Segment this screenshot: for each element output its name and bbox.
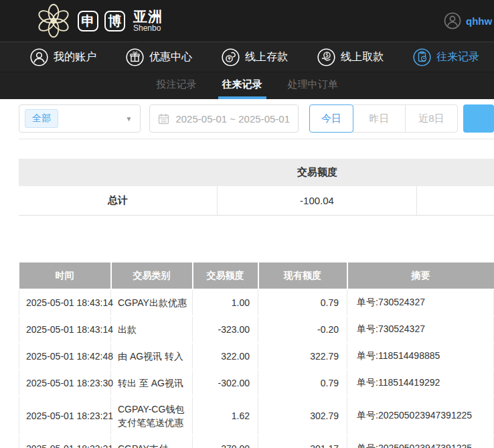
summary-empty-cell (417, 186, 494, 216)
section-divider (19, 139, 494, 139)
page: 申 博 亚洲 Shenbo qhhw 我的账户 (0, 0, 494, 448)
cell-amount: 1.62 (193, 396, 258, 435)
svg-text:¥: ¥ (228, 56, 231, 62)
tab-label: 处理中订单 (288, 78, 338, 91)
header-balance: 现有额度 (258, 263, 347, 289)
header-amount: 交易额度 (193, 263, 258, 289)
withdraw-icon: $ (317, 48, 335, 66)
logo-char-bo: 博 (104, 11, 125, 31)
type-select-dropdown[interactable]: 全部 ▼ (19, 104, 141, 133)
summary-header-amount: 交易额度 (218, 159, 417, 186)
cell-type: CGPAY-CG钱包支付笔笔送优惠 (111, 396, 193, 435)
cell-amount: 322.00 (193, 343, 258, 370)
cell-balance: 0.79 (258, 289, 347, 316)
cell-note: 单号:730524327 (347, 289, 494, 316)
username-text: qhhw (466, 15, 492, 27)
cell-amount: 270.00 (193, 435, 258, 448)
svg-text:$: $ (325, 52, 329, 58)
table-header-row: 时间 交易类别 交易额度 现有额度 摘要 (19, 263, 494, 289)
cell-amount: -302.00 (193, 370, 258, 396)
cell-type: CGPAY支付 (111, 435, 193, 448)
transactions-table: 时间 交易类别 交易额度 现有额度 摘要 2025-05-01 18:43:14… (19, 263, 494, 448)
cell-time: 2025-05-01 18:42:48 (19, 343, 111, 370)
cell-balance: 322.79 (258, 343, 347, 370)
cell-balance: 302.79 (258, 396, 347, 435)
summary-total-row: 总计 -100.04 (19, 186, 494, 216)
cell-note: 单号:118514419292 (347, 370, 494, 396)
flower-logo-icon (35, 2, 72, 40)
cell-amount: 1.00 (193, 289, 258, 316)
nav-label: 往来记录 (436, 50, 479, 64)
date-shortcut-group: 今日 昨日 近8日 (309, 104, 458, 133)
cell-time: 2025-05-01 18:23:30 (19, 370, 111, 396)
last-8-days-button[interactable]: 近8日 (405, 104, 458, 133)
tab-transaction-records[interactable]: 往来记录 (218, 72, 266, 99)
summary-header-row: 交易额度 (19, 159, 494, 186)
chevron-down-icon: ▼ (126, 115, 133, 123)
nav-item-transaction-records[interactable]: 往来记录 (413, 48, 479, 66)
summary-header-empty (19, 159, 218, 186)
cell-note: 单号:202505023947391225 (347, 435, 494, 448)
tab-pending-orders[interactable]: 处理中订单 (284, 72, 342, 99)
cell-note: 单号:118514498885 (347, 343, 494, 370)
table-row: 2025-05-01 18:23:30 转出 至 AG视讯 -302.00 0.… (19, 370, 494, 396)
today-button[interactable]: 今日 (309, 104, 353, 133)
header-time: 时间 (19, 263, 111, 289)
yesterday-button[interactable]: 昨日 (353, 104, 406, 133)
summary-total-value: -100.04 (218, 186, 417, 216)
user-account[interactable]: qhhw (444, 12, 494, 29)
cell-time: 2025-05-01 18:23:21 (19, 396, 111, 435)
header-type: 交易类别 (111, 263, 193, 289)
cell-type: 出款 (111, 316, 193, 343)
records-icon (413, 48, 431, 66)
main-nav: 我的账户 优惠中心 ¥ 线上存款 (0, 42, 494, 72)
nav-item-withdraw[interactable]: $ 线上取款 (317, 48, 384, 66)
content-area: 全部 ▼ 2025-05-01 ~ 2025-05-01 今日 昨日 近8日 (0, 99, 494, 448)
cell-time: 2025-05-01 18:43:14 (19, 289, 111, 316)
header-note: 摘要 (347, 263, 494, 289)
nav-item-promotions[interactable]: 优惠中心 (126, 48, 192, 66)
tab-betting-records[interactable]: 投注记录 (153, 72, 201, 99)
cell-time: 2025-05-01 18:23:21 (19, 435, 111, 448)
calendar-icon (158, 113, 169, 125)
cell-amount: -323.00 (193, 316, 258, 343)
cell-type: 转出 至 AG视讯 (111, 370, 193, 396)
cell-balance: 0.79 (258, 370, 347, 396)
search-button[interactable] (463, 104, 494, 133)
summary-table: 交易额度 总计 -100.04 (19, 159, 494, 216)
table-row: 2025-05-01 18:42:48 由 AG视讯 转入 322.00 322… (19, 343, 494, 370)
gift-icon (126, 48, 144, 66)
table-row: 2025-05-01 18:43:14 出款 -323.00 -0.20 单号:… (19, 316, 494, 343)
deposit-icon: ¥ (222, 48, 240, 66)
summary-header-empty (417, 159, 494, 186)
filter-bar: 全部 ▼ 2025-05-01 ~ 2025-05-01 今日 昨日 近8日 (19, 104, 494, 133)
summary-total-label: 总计 (19, 186, 218, 216)
nav-label: 我的账户 (54, 50, 96, 64)
account-icon (30, 48, 48, 66)
cell-type: CGPAY出款优惠 (111, 289, 193, 316)
logo-region-text: 亚洲 (133, 9, 163, 24)
logo-latin-text: Shenbo (133, 24, 163, 33)
nav-label: 线上存款 (245, 50, 288, 64)
tab-label: 往来记录 (222, 78, 262, 91)
brand-logo[interactable]: 申 博 亚洲 Shenbo (35, 2, 163, 40)
selected-type-tag: 全部 (25, 109, 58, 128)
user-avatar-icon (444, 12, 461, 29)
cell-balance: 301.17 (258, 435, 347, 448)
cell-type: 由 AG视讯 转入 (111, 343, 193, 370)
cell-note: 单号:730524327 (347, 316, 494, 343)
table-row: 2025-05-01 18:23:21 CGPAY支付 270.00 301.1… (19, 435, 494, 448)
cell-note: 单号:202505023947391225 (347, 396, 494, 435)
sub-nav: 投注记录 往来记录 处理中订单 (0, 72, 494, 99)
nav-item-my-account[interactable]: 我的账户 (30, 48, 96, 66)
date-range-input[interactable]: 2025-05-01 ~ 2025-05-01 (149, 104, 299, 133)
tab-label: 投注记录 (157, 78, 197, 91)
table-row: 2025-05-01 18:23:21 CGPAY-CG钱包支付笔笔送优惠 1.… (19, 396, 494, 435)
nav-label: 优惠中心 (149, 50, 192, 64)
table-row: 2025-05-01 18:43:14 CGPAY出款优惠 1.00 0.79 … (19, 289, 494, 316)
nav-label: 线上取款 (341, 50, 384, 64)
date-range-value: 2025-05-01 ~ 2025-05-01 (175, 113, 290, 125)
cell-time: 2025-05-01 18:43:14 (19, 316, 111, 343)
top-bar: 申 博 亚洲 Shenbo qhhw (0, 0, 494, 42)
nav-item-deposit[interactable]: ¥ 线上存款 (222, 48, 288, 66)
